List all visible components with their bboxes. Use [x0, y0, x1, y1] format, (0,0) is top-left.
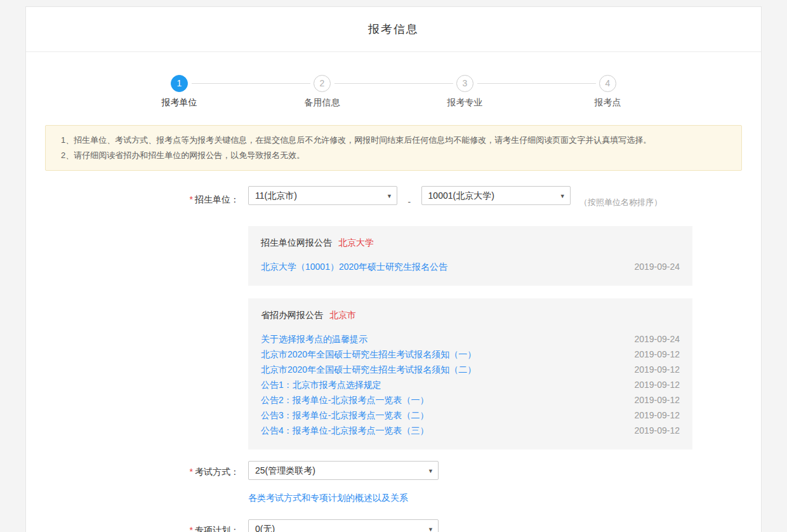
special-plan-label: *专项计划：	[45, 521, 248, 532]
chevron-down-icon: ▼	[387, 187, 392, 205]
application-form: *招生单位： 11(北京市) ▼ - 10001(北京大学) ▼ （按照单位名称…	[45, 186, 742, 532]
unit-panel-highlight: 北京大学	[338, 237, 374, 248]
announcement-item: 北京大学（10001）2020年硕士研究生报名公告 2019-09-24	[261, 259, 680, 274]
announcement-link[interactable]: 北京市2020年全国硕士研究生招生考试报名须知（二）	[261, 362, 476, 377]
special-plan-select-value: 0(无)	[255, 524, 275, 532]
chevron-down-icon: ▼	[428, 520, 433, 532]
step-2-backup-info: 2 备用信息	[251, 75, 394, 109]
announcement-item: 北京市2020年全国硕士研究生招生考试报名须知（二） 2019-09-12	[261, 362, 680, 377]
step-2-circle: 2	[314, 75, 331, 92]
exam-method-help-link[interactable]: 各类考试方式和专项计划的概述以及关系	[248, 493, 408, 503]
required-mark: *	[190, 525, 193, 532]
announcement-link[interactable]: 公告1：北京市报考点选择规定	[261, 377, 381, 392]
announcement-date: 2019-09-12	[634, 392, 680, 408]
step-4-label: 报考点	[536, 97, 679, 109]
announcement-item: 北京市2020年全国硕士研究生招生考试报名须知（一） 2019-09-12	[261, 347, 680, 362]
required-mark: *	[190, 467, 193, 477]
announcement-row: 招生单位网报公告 北京大学 北京大学（10001）2020年硕士研究生报名公告 …	[45, 212, 742, 449]
step-3-label: 报考专业	[394, 97, 536, 109]
exam-method-select-value: 25(管理类联考)	[255, 465, 315, 475]
required-mark: *	[190, 194, 193, 204]
step-1-unit: 1 报考单位	[108, 75, 251, 109]
announcement-date: 2019-09-12	[634, 423, 680, 438]
announcement-link[interactable]: 公告3：报考单位-北京报考点一览表（二）	[261, 408, 428, 423]
special-plan-select[interactable]: 0(无) ▼	[248, 519, 439, 532]
province-panel-title: 省招办网报公告	[261, 310, 323, 320]
unit-label: *招生单位：	[45, 190, 248, 209]
announcement-link[interactable]: 公告2：报考单位-北京报考点一览表（一）	[261, 392, 428, 408]
stepper: 1 报考单位 2 备用信息 3 报考专业 4 报考点	[108, 75, 679, 109]
chevron-down-icon: ▼	[560, 187, 565, 205]
exam-method-help-row: 各类考试方式和专项计划的概述以及关系	[45, 490, 742, 505]
card-body: 1 报考单位 2 备用信息 3 报考专业 4 报考点 1、招生单位、考试方	[26, 75, 761, 532]
announcement-link[interactable]: 北京市2020年全国硕士研究生招生考试报名须知（一）	[261, 347, 476, 362]
university-select[interactable]: 10001(北京大学) ▼	[421, 186, 571, 205]
step-3-circle: 3	[456, 75, 473, 92]
step-3-major: 3 报考专业	[394, 75, 536, 109]
province-announcement-panel: 省招办网报公告 北京市 关于选择报考点的温馨提示 2019-09-24 北京市2…	[248, 298, 692, 449]
page: 报考信息 1 报考单位 2 备用信息 3 报考专业 4 报考点	[0, 0, 787, 532]
step-4-circle: 4	[599, 75, 616, 92]
announcement-item: 公告2：报考单位-北京报考点一览表（一） 2019-09-12	[261, 392, 680, 408]
step-4-exam-site: 4 报考点	[536, 75, 679, 109]
application-card: 报考信息 1 报考单位 2 备用信息 3 报考专业 4 报考点	[25, 6, 762, 532]
page-title: 报考信息	[26, 22, 761, 37]
province-select-value: 11(北京市)	[255, 190, 297, 201]
exam-method-row: *考试方式： 25(管理类联考) ▼	[45, 461, 742, 482]
unit-panel-head: 招生单位网报公告 北京大学	[261, 237, 680, 249]
announcement-date: 2019-09-12	[634, 362, 680, 377]
step-1-label: 报考单位	[108, 97, 251, 109]
announcement-item: 关于选择报考点的温馨提示 2019-09-24	[261, 331, 680, 347]
announcement-link[interactable]: 公告4：报考单位-北京报考点一览表（三）	[261, 423, 428, 438]
notice-line-1: 1、招生单位、考试方式、报考点等为报考关键信息，在提交信息后不允许修改，网报时间…	[61, 133, 726, 148]
province-select[interactable]: 11(北京市) ▼	[248, 186, 397, 205]
step-1-circle: 1	[171, 75, 188, 92]
special-plan-row: *专项计划： 0(无) ▼	[45, 519, 742, 532]
university-select-value: 10001(北京大学)	[428, 190, 494, 201]
announcement-date: 2019-09-24	[634, 331, 680, 347]
exam-method-label: *考试方式：	[45, 462, 248, 481]
province-panel-head: 省招办网报公告 北京市	[261, 310, 680, 321]
page-header: 报考信息	[26, 7, 761, 52]
step-2-label: 备用信息	[251, 97, 394, 109]
select-separator: -	[407, 197, 411, 207]
announcement-date: 2019-09-12	[634, 408, 680, 423]
unit-announcement-panel: 招生单位网报公告 北京大学 北京大学（10001）2020年硕士研究生报名公告 …	[248, 226, 692, 286]
unit-row: *招生单位： 11(北京市) ▼ - 10001(北京大学) ▼ （按照单位名称…	[45, 186, 742, 212]
exam-method-select[interactable]: 25(管理类联考) ▼	[248, 461, 439, 480]
chevron-down-icon: ▼	[428, 462, 433, 480]
announcement-item: 公告1：北京市报考点选择规定 2019-09-12	[261, 377, 680, 392]
province-panel-highlight: 北京市	[329, 310, 356, 320]
unit-panel-title: 招生单位网报公告	[261, 237, 332, 248]
announcement-link[interactable]: 北京大学（10001）2020年硕士研究生报名公告	[261, 259, 447, 274]
announcement-item: 公告3：报考单位-北京报考点一览表（二） 2019-09-12	[261, 408, 680, 423]
announcement-date: 2019-09-12	[634, 377, 680, 392]
unit-sort-hint: （按照单位名称排序）	[579, 197, 662, 207]
announcement-item: 公告4：报考单位-北京报考点一览表（三） 2019-09-12	[261, 423, 680, 438]
announcement-date: 2019-09-12	[634, 347, 680, 362]
announcement-date: 2019-09-24	[634, 259, 680, 274]
announcement-link[interactable]: 关于选择报考点的温馨提示	[261, 331, 367, 347]
notice-line-2: 2、请仔细阅读省招办和招生单位的网报公告，以免导致报名无效。	[61, 148, 726, 163]
notice-box: 1、招生单位、考试方式、报考点等为报考关键信息，在提交信息后不允许修改，网报时间…	[45, 125, 742, 171]
